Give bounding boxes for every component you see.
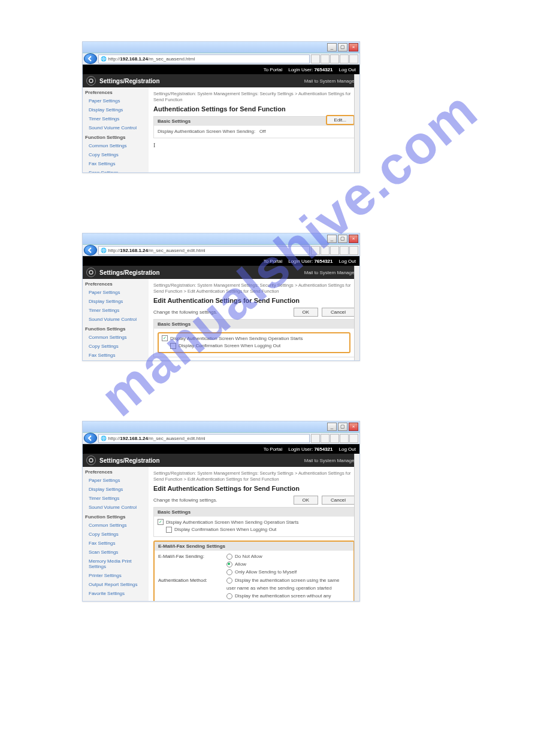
sidebar-item-paper[interactable]: Paper Settings [83,476,149,485]
auth-screen-value: Off [259,129,266,134]
scrollbar[interactable] [354,266,359,360]
sidebar-item-volume[interactable]: Sound Volume Control [83,123,149,132]
sidebar-item-timer[interactable]: Timer Settings [83,114,149,123]
url-field[interactable]: 🌐 http://192.168.1.24/m_sec_auasend_edit… [98,434,310,443]
radio-do-not-allow[interactable] [226,554,232,560]
email-fax-header: E-Mail/I-Fax Sending Settings [155,542,353,551]
ok-button[interactable]: OK [294,308,319,317]
cancel-button[interactable]: Cancel [322,496,355,505]
sidebar-item-volume[interactable]: Sound Volume Control [83,503,149,512]
home-icon[interactable] [330,54,339,63]
sidebar-item-display[interactable]: Display Settings [83,485,149,494]
sidebar-func-header: Function Settings [83,512,149,521]
url-field[interactable]: 🌐 http://192.168.1.24/m_sec_auasend_edit… [98,246,310,255]
radio-only-myself[interactable] [226,569,232,575]
close-button[interactable]: × [349,423,358,431]
browser-back-icon[interactable] [84,53,97,64]
sidebar-item-scan[interactable]: Scan Settings [83,360,149,361]
radio-auth-no-info[interactable] [226,593,232,599]
sidebar-item-memory[interactable]: Memory Media Print Settings [83,557,149,571]
breadcrumb: Settings/Registration: System Management… [153,283,355,294]
sidebar-item-copy[interactable]: Copy Settings [83,150,149,159]
sidebar-item-fax[interactable]: Fax Settings [83,159,149,168]
sidebar-item-timer[interactable]: Timer Settings [83,494,149,503]
refresh-icon[interactable] [311,246,320,255]
sidebar-item-copy[interactable]: Copy Settings [83,342,149,351]
fav-icon[interactable] [340,246,349,255]
mail-to-link[interactable]: Mail to System Manager [304,458,356,463]
app-title: Settings/Registration [99,78,160,84]
logout-link[interactable]: Log Out [339,447,356,452]
checkbox-display-confirm-logout[interactable] [166,527,172,533]
sidebar-prefs-header: Preferences [83,279,149,288]
basic-settings-header: Basic Settings [154,508,354,517]
sidebar-item-scan[interactable]: Scan Settings [83,168,149,173]
checkbox-display-auth-screen[interactable] [158,519,164,525]
auth-same-user: Display the authentication screen using … [226,578,339,591]
logout-link[interactable]: Log Out [339,259,356,264]
sidebar-item-timer[interactable]: Timer Settings [83,306,149,315]
sidebar-item-paper[interactable]: Paper Settings [83,96,149,105]
scrollbar[interactable] [354,74,359,172]
cancel-button[interactable]: Cancel [322,308,355,317]
gear-icon[interactable] [349,434,358,443]
basic-settings-box: Basic Settings Display Authentication Sc… [153,507,355,538]
to-portal-link[interactable]: To Portal [264,259,283,264]
sidebar-item-fax[interactable]: Fax Settings [83,539,149,548]
sidebar-item-display[interactable]: Display Settings [83,297,149,306]
sidebar-prefs-header: Preferences [83,467,149,476]
checkbox-display-auth-screen[interactable] [162,335,168,341]
gear-icon[interactable] [349,246,358,255]
app-title: Settings/Registration [99,457,160,464]
sidebar-item-display[interactable]: Display Settings [83,105,149,114]
screenshot-2: _ ▢ × 🌐 http://192.168.1.24/m_sec_auasen… [82,233,360,361]
stop-icon[interactable] [321,434,330,443]
to-portal-link[interactable]: To Portal [264,67,283,72]
maximize-button[interactable]: ▢ [338,235,347,243]
minimize-button[interactable]: _ [327,43,337,51]
checkbox-display-confirm-logout[interactable] [170,343,176,349]
logout-link[interactable]: Log Out [339,67,356,72]
close-button[interactable]: × [349,235,358,243]
sidebar-item-favorite[interactable]: Favorite Settings [83,589,149,598]
sidebar-item-common[interactable]: Common Settings [83,141,149,150]
mail-to-link[interactable]: Mail to System Manager [304,78,356,84]
basic-settings-header: Basic Settings [154,320,354,329]
browser-back-icon[interactable] [84,433,97,444]
sidebar-item-printer[interactable]: Printer Settings [83,571,149,580]
maximize-button[interactable]: ▢ [338,43,347,51]
refresh-icon[interactable] [311,54,320,63]
sidebar-item-copy[interactable]: Copy Settings [83,530,149,539]
url-field[interactable]: 🌐 http://192.168.1.24/m_sec_auasend.html [98,54,310,63]
minimize-button[interactable]: _ [327,423,337,431]
sidebar-item-fax[interactable]: Fax Settings [83,351,149,360]
to-portal-link[interactable]: To Portal [264,447,283,452]
scrollbar[interactable] [354,454,359,601]
url-ip: 192.168.1.24 [120,436,148,441]
radio-allow[interactable] [226,561,232,567]
mail-to-link[interactable]: Mail to System Manager [304,270,356,275]
gear-icon[interactable] [349,54,358,63]
radio-auth-same-user[interactable] [226,578,232,584]
edit-button[interactable]: Edit... [326,115,355,125]
sidebar-item-output[interactable]: Output Report Settings [83,580,149,589]
sidebar-item-scan[interactable]: Scan Settings [83,548,149,557]
maximize-button[interactable]: ▢ [338,423,347,431]
sidebar-item-common[interactable]: Common Settings [83,333,149,342]
sidebar-item-common[interactable]: Common Settings [83,521,149,530]
url-scheme: 🌐 [101,436,107,441]
fav-icon[interactable] [340,434,349,443]
home-icon[interactable] [330,434,339,443]
ok-button[interactable]: OK [294,496,319,505]
home-icon[interactable] [330,246,339,255]
minimize-button[interactable]: _ [327,235,337,243]
stop-icon[interactable] [321,246,330,255]
refresh-icon[interactable] [311,434,320,443]
sidebar-item-volume[interactable]: Sound Volume Control [83,315,149,324]
fav-icon[interactable] [340,54,349,63]
sidebar-item-paper[interactable]: Paper Settings [83,288,149,297]
basic-settings-header: Basic Settings [154,117,354,126]
close-button[interactable]: × [349,43,358,51]
stop-icon[interactable] [321,54,330,63]
browser-back-icon[interactable] [84,245,97,256]
